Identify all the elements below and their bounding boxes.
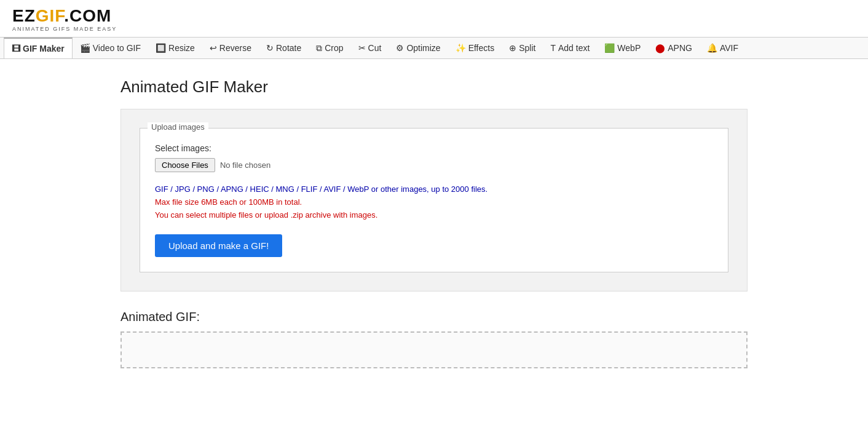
upload-legend: Upload images — [148, 122, 208, 132]
upload-button[interactable]: Upload and make a GIF! — [155, 234, 282, 257]
reverse-icon: ↩ — [210, 43, 217, 53]
no-file-label: No file chosen — [220, 161, 270, 170]
nav-webp[interactable]: 🟩 WebP — [597, 38, 648, 58]
choose-files-button[interactable]: Choose Files — [155, 158, 215, 172]
logo-text: EZGIF.COM — [12, 7, 856, 25]
tip-info: You can select multiple files or upload … — [155, 210, 713, 220]
page-title: Animated GIF Maker — [120, 77, 748, 97]
gif-section-title: Animated GIF: — [120, 310, 748, 324]
logo: EZGIF.COM ANIMATED GIFS MADE EASY — [12, 7, 856, 32]
nav-effects[interactable]: ✨ Effects — [448, 38, 502, 58]
nav-cut[interactable]: ✂ Cut — [351, 38, 389, 58]
add-text-icon: T — [550, 43, 556, 53]
nav-optimize[interactable]: ⚙ Optimize — [389, 38, 448, 58]
nav-rotate[interactable]: ↻ Rotate — [259, 38, 309, 58]
nav-avif[interactable]: 🔔 AVIF — [700, 38, 746, 58]
format-info: GIF / JPG / PNG / APNG / HEIC / MNG / FL… — [155, 184, 713, 194]
nav-add-text[interactable]: T Add text — [543, 38, 597, 58]
rotate-icon: ↻ — [266, 43, 274, 53]
upload-panel: Upload images Select images: Choose File… — [120, 109, 748, 291]
select-label: Select images: — [155, 143, 713, 153]
gif-maker-icon: 🎞 — [12, 44, 20, 54]
gif-output-box — [120, 331, 748, 368]
cut-icon: ✂ — [358, 43, 366, 53]
navbar: 🎞 GIF Maker 🎬 Video to GIF 🔲 Resize ↩ Re… — [0, 37, 868, 59]
gif-section: Animated GIF: — [120, 310, 748, 368]
split-icon: ⊕ — [509, 43, 516, 53]
video-to-gif-icon: 🎬 — [80, 43, 90, 53]
crop-icon: ⧉ — [316, 43, 322, 54]
size-info: Max file size 6MB each or 100MB in total… — [155, 197, 713, 207]
nav-resize[interactable]: 🔲 Resize — [148, 38, 202, 58]
resize-icon: 🔲 — [156, 43, 166, 53]
nav-reverse[interactable]: ↩ Reverse — [202, 38, 259, 58]
nav-split[interactable]: ⊕ Split — [502, 38, 543, 58]
nav-gif-maker[interactable]: 🎞 GIF Maker — [4, 38, 73, 58]
header: EZGIF.COM ANIMATED GIFS MADE EASY — [0, 0, 868, 37]
optimize-icon: ⚙ — [396, 43, 404, 53]
effects-icon: ✨ — [456, 43, 466, 53]
apng-icon: ⬤ — [655, 43, 665, 53]
logo-subtitle: ANIMATED GIFS MADE EASY — [12, 26, 856, 32]
nav-apng[interactable]: ⬤ APNG — [648, 38, 700, 58]
avif-icon: 🔔 — [707, 43, 717, 53]
nav-video-to-gif[interactable]: 🎬 Video to GIF — [73, 38, 148, 58]
main-content: Animated GIF Maker Upload images Select … — [108, 59, 760, 387]
upload-box: Upload images Select images: Choose File… — [140, 128, 728, 272]
file-input-row: Choose Files No file chosen — [155, 158, 713, 172]
nav-crop[interactable]: ⧉ Crop — [309, 38, 350, 58]
webp-icon: 🟩 — [604, 43, 615, 53]
